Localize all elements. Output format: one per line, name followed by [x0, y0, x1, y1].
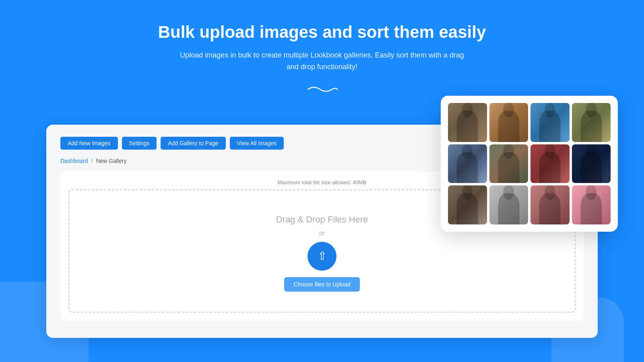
gallery-thumb: [448, 144, 487, 183]
add-new-images-button[interactable]: Add New Images: [60, 137, 118, 150]
view-all-images-button[interactable]: View All Images: [230, 137, 284, 150]
or-text: or: [319, 230, 325, 237]
choose-files-button[interactable]: Choose files to Upload: [284, 277, 360, 292]
gallery-preview-card: [441, 96, 618, 232]
settings-button[interactable]: Settings: [122, 137, 157, 150]
header-section: Bulk upload images and sort them easily …: [0, 0, 644, 95]
add-gallery-to-page-button[interactable]: Add Gallery to Page: [161, 137, 225, 150]
gallery-thumb: [530, 103, 570, 142]
breadcrumb-separator: /: [91, 158, 93, 164]
gallery-grid: [448, 103, 611, 224]
page-subtitle: Upload images in bulk to create multiple…: [177, 49, 467, 73]
gallery-thumb: [448, 185, 487, 224]
upload-arrow-icon: ⇧: [318, 251, 327, 262]
upload-icon: ⇧: [308, 242, 336, 271]
gallery-thumb: [489, 144, 528, 183]
page-title: Bulk upload images and sort them easily: [0, 22, 644, 42]
squiggle-decoration: [0, 82, 644, 95]
breadcrumb-current-page: New Gallery: [96, 158, 126, 164]
gallery-thumb: [572, 185, 611, 224]
breadcrumb-dashboard-link[interactable]: Dashboard: [60, 158, 88, 164]
gallery-thumb: [530, 185, 570, 224]
drag-drop-text: Drag & Drop Files Here: [276, 214, 368, 225]
gallery-thumb: [489, 185, 528, 224]
gallery-thumb: [530, 144, 570, 183]
gallery-thumb: [448, 103, 487, 142]
gallery-thumb: [572, 103, 611, 142]
gallery-thumb: [572, 144, 611, 183]
gallery-thumb: [489, 103, 528, 142]
